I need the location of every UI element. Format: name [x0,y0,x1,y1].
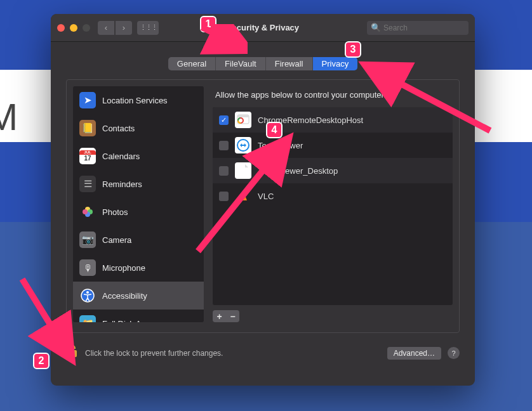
help-button[interactable]: ? [448,347,460,359]
lock-icon[interactable] [66,344,79,362]
app-name: TeamViewer_Desktop [258,166,338,176]
close-window-button[interactable] [57,24,65,32]
sidebar-item-label: Contacts [102,124,135,133]
chevron-right-icon: › [123,23,125,32]
app-row[interactable]: TeamViewer_Desktop [213,158,453,183]
tabs-row: GeneralFileVaultFirewallPrivacy [51,42,475,79]
fullscreen-window-button[interactable] [83,24,90,32]
app-row[interactable]: VLC [213,183,453,209]
folder-icon: 📁 [79,315,96,322]
annotation-badge-2: 2 [33,353,50,369]
preferences-window: ‹ › ⋮⋮⋮ Security & Privacy 🔍 GeneralFile… [51,14,475,386]
contacts-icon: 📒 [79,120,96,136]
sidebar-item-label: Full Disk Access [102,319,163,323]
app-checkbox[interactable]: ✓ [219,115,229,125]
sidebar-item-label: Calendars [102,152,140,161]
window-body: ➤Location Services📒ContactsJUL17Calendar… [51,79,475,386]
tab-filevault[interactable]: FileVault [216,57,266,70]
remove-app-button[interactable]: − [226,310,239,322]
sidebar-item-label: Microphone [102,263,145,273]
add-app-button[interactable]: + [213,310,226,322]
app-name: ChromeRemoteDesktopHost [258,115,363,125]
sidebar-item-label: Reminders [102,179,142,189]
advanced-button[interactable]: Advanced… [387,347,441,360]
sidebar-item-microphone[interactable]: 🎙Microphone [73,254,204,282]
app-name: TeamViewer [258,141,303,150]
app-icon [235,188,251,204]
sidebar-item-compass[interactable]: ➤Location Services [73,86,204,114]
titlebar: ‹ › ⋮⋮⋮ Security & Privacy 🔍 [51,14,475,42]
forward-button[interactable]: › [116,21,132,35]
app-icon [235,137,251,153]
accessibility-icon [79,287,96,304]
list-controls: + − [213,310,453,322]
show-all-button[interactable]: ⋮⋮⋮ [137,21,159,35]
privacy-content: Allow the apps below to control your com… [213,86,453,322]
camera-icon: 📷 [79,232,96,248]
search-input[interactable] [383,23,465,32]
svg-rect-13 [68,350,77,357]
app-row[interactable]: ✓ChromeRemoteDesktopHost [213,107,453,133]
sidebar-item-label: Photos [102,207,128,217]
calendar-icon: JUL17 [79,148,96,164]
microphone-icon: 🎙 [79,259,96,276]
app-checkbox[interactable] [219,192,229,201]
footer: Click the lock to prevent further change… [66,333,460,367]
tab-general[interactable]: General [168,57,216,70]
svg-point-5 [86,291,89,294]
lock-text: Click the lock to prevent further change… [85,349,381,358]
app-name: VLC [258,192,274,201]
minimize-window-button[interactable] [70,24,77,32]
app-checkbox[interactable] [219,166,229,176]
background-partial-text: ls-M [0,95,17,139]
sidebar-item-label: Location Services [102,96,168,105]
grid-icon: ⋮⋮⋮ [140,23,157,32]
sidebar-item-label: Camera [102,235,131,245]
sidebar-item-contacts[interactable]: 📒Contacts [73,114,204,142]
sidebar-item-accessibility[interactable]: Accessibility [73,282,204,310]
privacy-sidebar[interactable]: ➤Location Services📒ContactsJUL17Calendar… [73,86,204,322]
search-field-wrap[interactable]: 🔍 [367,21,469,35]
app-row[interactable]: TeamViewer [213,133,453,158]
app-icon [235,162,251,179]
tab-firewall[interactable]: Firewall [266,57,313,70]
sidebar-item-folder[interactable]: 📁Full Disk Access [73,310,204,322]
panel-row: ➤Location Services📒ContactsJUL17Calendar… [66,79,460,333]
sidebar-item-label: Accessibility [102,291,147,301]
chevron-left-icon: ‹ [105,23,107,32]
nav-buttons: ‹ › [98,21,132,35]
svg-rect-7 [237,115,249,117]
sidebar-item-photos[interactable]: Photos [73,198,204,226]
photos-icon [79,204,96,220]
sidebar-item-camera[interactable]: 📷Camera [73,226,204,254]
compass-icon: ➤ [79,92,96,108]
back-button[interactable]: ‹ [98,21,114,35]
traffic-lights [57,24,90,32]
reminders-icon: ☰ [79,176,96,192]
window-title: Security & Privacy [159,23,367,32]
svg-point-3 [83,209,88,214]
content-heading: Allow the apps below to control your com… [213,86,453,107]
app-checkbox[interactable] [219,141,229,150]
app-icon [235,112,251,128]
tab-privacy[interactable]: Privacy [313,57,358,70]
search-icon: 🔍 [371,23,381,32]
sidebar-item-reminders[interactable]: ☰Reminders [73,170,204,198]
app-list[interactable]: ✓ChromeRemoteDesktopHostTeamViewerTeamVi… [213,107,453,305]
sidebar-item-calendar[interactable]: JUL17Calendars [73,142,204,170]
svg-rect-12 [241,195,246,197]
tab-segmented-control: GeneralFileVaultFirewallPrivacy [168,57,357,70]
